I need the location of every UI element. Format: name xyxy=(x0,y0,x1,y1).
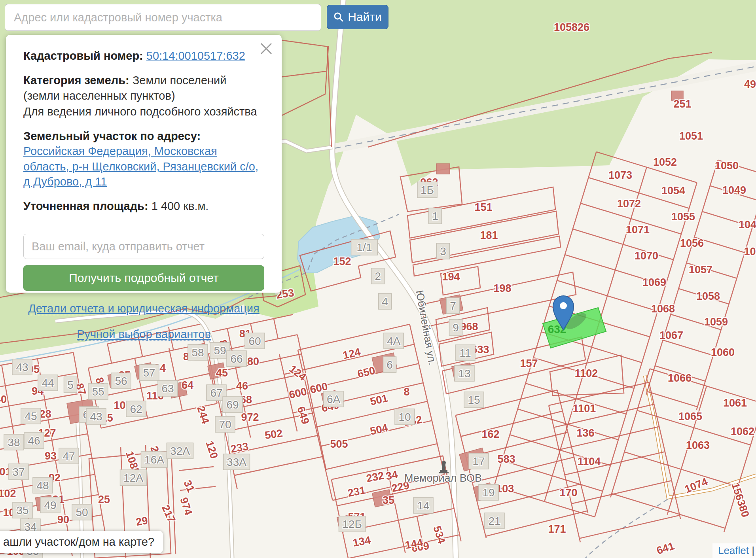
svg-text:1070: 1070 xyxy=(635,250,658,262)
svg-text:1058: 1058 xyxy=(696,290,720,302)
svg-text:1: 1 xyxy=(432,210,438,222)
svg-text:1067: 1067 xyxy=(659,329,683,341)
svg-text:1055: 1055 xyxy=(671,211,695,223)
svg-text:80: 80 xyxy=(247,356,259,367)
svg-text:37: 37 xyxy=(12,466,25,478)
svg-text:55: 55 xyxy=(92,386,104,398)
svg-text:12Б: 12Б xyxy=(342,518,362,530)
svg-text:1065: 1065 xyxy=(678,410,702,422)
svg-text:3: 3 xyxy=(440,245,446,257)
svg-text:1102: 1102 xyxy=(575,367,598,379)
svg-text:4: 4 xyxy=(382,295,388,308)
svg-text:1060: 1060 xyxy=(711,346,735,358)
area-label: Уточненная площадь: xyxy=(23,200,148,212)
svg-text:1047: 1047 xyxy=(739,219,756,231)
svg-text:8: 8 xyxy=(404,386,409,398)
svg-text:1054: 1054 xyxy=(661,185,685,197)
search-button[interactable]: Найти xyxy=(327,5,388,29)
svg-text:56: 56 xyxy=(115,375,127,387)
map-help-tooltip[interactable]: ашли участок/дом на карте? xyxy=(0,531,163,553)
manual-select-link[interactable]: Ручной выбор вариантов xyxy=(77,328,211,341)
svg-text:1069: 1069 xyxy=(642,276,666,288)
svg-text:198: 198 xyxy=(493,282,511,294)
svg-text:6А: 6А xyxy=(327,393,341,405)
svg-text:2: 2 xyxy=(375,270,381,282)
svg-text:34: 34 xyxy=(385,469,399,482)
svg-text:59: 59 xyxy=(214,344,226,357)
svg-text:162: 162 xyxy=(481,428,499,440)
svg-text:17: 17 xyxy=(472,455,485,467)
svg-text:1071: 1071 xyxy=(626,224,650,236)
svg-text:1104: 1104 xyxy=(578,456,601,467)
svg-text:43: 43 xyxy=(16,361,28,373)
svg-text:43: 43 xyxy=(90,410,102,423)
svg-text:1073: 1073 xyxy=(608,169,632,181)
svg-text:40: 40 xyxy=(0,393,7,405)
svg-text:151: 151 xyxy=(474,201,492,213)
svg-text:21: 21 xyxy=(488,515,500,527)
svg-text:46: 46 xyxy=(28,435,40,447)
svg-text:1051: 1051 xyxy=(679,130,703,142)
svg-text:170: 170 xyxy=(559,487,577,499)
svg-text:25: 25 xyxy=(98,494,110,505)
svg-text:6: 6 xyxy=(387,359,393,371)
leaflet-link[interactable]: Leaflet xyxy=(718,545,749,556)
svg-text:1061: 1061 xyxy=(723,397,747,409)
svg-text:1049: 1049 xyxy=(722,184,746,196)
close-icon[interactable] xyxy=(259,41,274,56)
svg-text:251: 251 xyxy=(673,98,691,110)
address-link[interactable]: Российская Федерация, Московская область… xyxy=(23,145,258,188)
svg-text:1056: 1056 xyxy=(680,237,704,249)
svg-text:48: 48 xyxy=(36,479,49,492)
svg-text:152: 152 xyxy=(333,255,351,267)
cadastral-number-link[interactable]: 50:14:0010517:632 xyxy=(146,49,245,62)
svg-text:1101: 1101 xyxy=(573,403,596,414)
report-details-link[interactable]: Детали отчета и юридическая информация xyxy=(28,302,260,315)
svg-text:1052: 1052 xyxy=(653,156,677,168)
svg-text:58: 58 xyxy=(191,346,204,359)
svg-text:102: 102 xyxy=(0,488,16,499)
email-field[interactable] xyxy=(23,234,264,259)
svg-text:70: 70 xyxy=(219,418,231,431)
land-category-label: Категория земель: xyxy=(23,74,129,87)
svg-text:4А: 4А xyxy=(387,335,401,347)
svg-text:1072: 1072 xyxy=(617,198,641,210)
cadastral-map-app: 1058264925110511052105010731054104910721… xyxy=(0,0,756,558)
svg-text:44: 44 xyxy=(42,377,54,389)
get-report-button[interactable]: Получить подробный отчет xyxy=(23,265,264,291)
svg-text:38: 38 xyxy=(8,436,20,448)
svg-text:90: 90 xyxy=(57,514,69,526)
svg-text:45: 45 xyxy=(216,367,228,379)
svg-text:1Б: 1Б xyxy=(421,184,434,196)
attribution-separator: | xyxy=(752,545,754,556)
svg-text:32А: 32А xyxy=(170,445,190,457)
search-icon xyxy=(333,12,344,22)
svg-text:49: 49 xyxy=(744,78,756,90)
svg-text:968: 968 xyxy=(460,321,478,333)
svg-text:49: 49 xyxy=(44,499,56,511)
svg-text:157: 157 xyxy=(520,357,538,369)
svg-text:14: 14 xyxy=(417,499,429,512)
svg-text:10: 10 xyxy=(398,411,411,423)
svg-text:16А: 16А xyxy=(144,454,164,466)
svg-text:47: 47 xyxy=(63,450,75,462)
svg-text:13: 13 xyxy=(458,367,470,380)
svg-text:583: 583 xyxy=(497,453,515,465)
svg-text:181: 181 xyxy=(480,229,498,241)
svg-text:1057: 1057 xyxy=(689,264,712,276)
svg-text:105826: 105826 xyxy=(554,21,589,33)
svg-text:171: 171 xyxy=(548,523,566,535)
parcel-info-panel: Кадастровый номер: 50:14:0010517:632 Кат… xyxy=(6,35,282,293)
svg-text:1/1: 1/1 xyxy=(357,241,372,253)
svg-text:69: 69 xyxy=(226,399,239,411)
svg-text:1063: 1063 xyxy=(686,439,710,451)
svg-text:7: 7 xyxy=(450,300,456,312)
svg-text:502: 502 xyxy=(264,427,283,441)
svg-text:5: 5 xyxy=(67,379,74,391)
svg-text:194: 194 xyxy=(442,271,460,283)
svg-text:50: 50 xyxy=(76,506,88,518)
cadastral-number-label: Кадастровый номер: xyxy=(23,49,143,62)
svg-text:35: 35 xyxy=(383,494,394,506)
land-use-note: Для ведения личного подсобного хозяйства xyxy=(23,104,264,119)
search-input[interactable] xyxy=(5,4,321,31)
